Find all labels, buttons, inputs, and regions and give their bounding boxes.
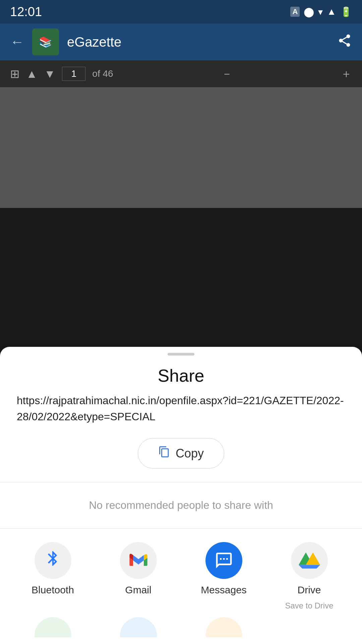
partial-app-3 — [205, 617, 242, 637]
gmail-label: Gmail — [125, 584, 151, 596]
drive-app-item[interactable]: Drive Save to Drive — [276, 542, 343, 610]
status-p-icon: ⬤ — [304, 6, 314, 17]
drag-handle[interactable] — [168, 353, 194, 356]
app-logo: 📚 — [32, 29, 59, 55]
logo-emoji: 📚 — [39, 36, 52, 48]
toolbar: ← 📚 eGazette — [0, 23, 362, 60]
copy-button[interactable]: Copy — [138, 438, 224, 469]
messages-icon-circle — [205, 542, 242, 579]
share-button[interactable] — [337, 33, 352, 51]
signal-icon: ▲ — [327, 6, 336, 17]
gmail-icon — [128, 550, 149, 571]
zoom-in-icon[interactable]: ＋ — [341, 66, 352, 82]
gmail-app-item[interactable]: Gmail — [105, 542, 172, 596]
status-icons: A ⬤ ▾ ▲ 🔋 — [290, 6, 352, 17]
sidebar-toggle-icon[interactable]: ⊞ — [10, 67, 19, 80]
back-button[interactable]: ← — [10, 34, 24, 50]
partial-app-2 — [120, 617, 157, 637]
prev-page-icon[interactable]: ▲ — [26, 67, 38, 80]
pdf-content — [0, 87, 362, 208]
page-nav-bar: ⊞ ▲ ▼ of 46 － ＋ — [0, 60, 362, 87]
drive-icon — [299, 550, 320, 571]
bluetooth-icon-circle — [35, 542, 71, 579]
messages-icon — [215, 551, 233, 570]
status-time: 12:01 — [10, 5, 42, 19]
drive-sublabel: Save to Drive — [285, 601, 333, 610]
apps-row: Bluetooth Gmail Messages — [0, 529, 362, 614]
share-url: https://rajpatrahimachal.nic.in/openfile… — [0, 392, 362, 425]
battery-icon: 🔋 — [340, 6, 352, 17]
drive-icon-circle — [291, 542, 328, 579]
bluetooth-label: Bluetooth — [32, 584, 74, 596]
partial-app-1 — [35, 617, 71, 637]
messages-app-item[interactable]: Messages — [190, 542, 257, 596]
bluetooth-app-item[interactable]: Bluetooth — [19, 542, 86, 596]
drive-label: Drive — [297, 584, 321, 596]
wifi-icon: ▾ — [318, 6, 323, 17]
no-recommend-text: No recommended people to share with — [0, 482, 362, 528]
apps-row-partial — [0, 614, 362, 637]
copy-icon — [158, 446, 170, 461]
page-total: of 46 — [92, 68, 113, 79]
page-number-input[interactable] — [62, 67, 85, 81]
toolbar-title: eGazette — [67, 35, 329, 50]
share-title: Share — [0, 356, 362, 392]
zoom-out-icon[interactable]: － — [221, 66, 233, 82]
next-page-icon[interactable]: ▼ — [44, 67, 56, 80]
status-a-icon: A — [290, 7, 300, 17]
messages-label: Messages — [201, 584, 247, 596]
gmail-icon-circle — [120, 542, 157, 579]
bluetooth-icon — [44, 550, 62, 571]
copy-button-label: Copy — [176, 446, 204, 461]
share-bottom-sheet: Share https://rajpatrahimachal.nic.in/op… — [0, 347, 362, 644]
status-bar: 12:01 A ⬤ ▾ ▲ 🔋 — [0, 0, 362, 23]
